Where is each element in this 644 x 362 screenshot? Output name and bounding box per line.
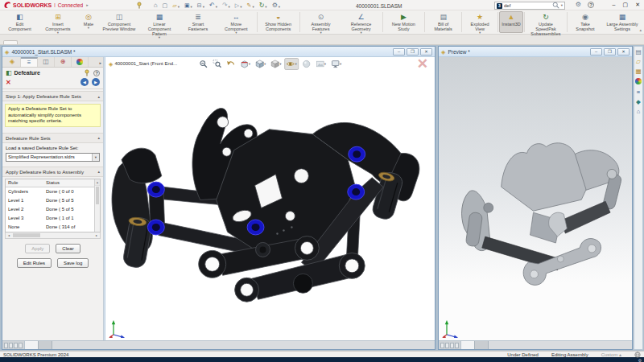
- save-log-button[interactable]: Save log: [57, 258, 89, 268]
- ribbon-button[interactable]: ◒ Show Hidden Components ▾: [258, 11, 299, 33]
- command-tab[interactable]: [19, 40, 33, 44]
- task-pane-button[interactable]: [635, 78, 642, 86]
- ribbon-button[interactable]: ⊞ Insert Components ▾: [38, 11, 78, 33]
- task-pane-button[interactable]: ≡: [637, 89, 640, 96]
- close-button[interactable]: ✕: [635, 2, 640, 8]
- task-pane-button[interactable]: ▤: [635, 49, 641, 56]
- section-header-rule-sets[interactable]: Defeature Rule Sets▴: [2, 133, 103, 143]
- window-restore-button[interactable]: ❐: [407, 48, 419, 56]
- ribbon-button[interactable]: ▤ Bill of Materials ▾: [426, 11, 460, 33]
- manager-tab[interactable]: ◈: [4, 57, 21, 67]
- view-tool-button[interactable]: ▾: [300, 58, 312, 70]
- ribbon-button[interactable]: ⊙ Assembly Features ▾: [301, 11, 341, 33]
- command-tab[interactable]: [80, 40, 94, 44]
- task-pane-button[interactable]: ▱: [636, 59, 641, 65]
- table-row[interactable]: Level 2 Done ( 5 of 5: [6, 205, 100, 214]
- table-row[interactable]: Level 3 Done ( 1 of 1: [6, 214, 100, 223]
- window-minimize-button[interactable]: –: [590, 48, 602, 56]
- scroll-right-icon[interactable]: ▸: [93, 233, 100, 237]
- quick-access-button[interactable]: ✎▾: [247, 2, 254, 9]
- search-box[interactable]: 3 ▾: [494, 2, 565, 10]
- help-icon[interactable]: ?: [588, 2, 594, 8]
- preview-caption-bar[interactable]: ◈ Preview * – ❐ ✕: [439, 47, 632, 57]
- manager-tab[interactable]: ⊕: [55, 57, 72, 67]
- ribbon-button[interactable]: ≣ Smart Fasteners ▾: [180, 11, 217, 33]
- command-tab[interactable]: [3, 40, 18, 44]
- view-tool-button[interactable]: ▾: [238, 58, 252, 70]
- cancel-button[interactable]: ✕: [6, 79, 11, 86]
- model-tab[interactable]: [25, 341, 39, 349]
- defeature-cancel-icon[interactable]: ✕: [417, 58, 431, 70]
- scrollbar-thumb[interactable]: [13, 233, 40, 237]
- task-pane-button[interactable]: ⌂: [637, 109, 641, 115]
- section-header-apply-rules[interactable]: Apply Defeature Rules to Assembly▴: [2, 167, 103, 177]
- section-header-step1[interactable]: Step 1: Apply Defeature Rule Sets▴: [2, 91, 103, 101]
- ribbon-button[interactable]: ◉ Take Snapshot ▾: [568, 11, 602, 33]
- view-tool-button[interactable]: ▾: [314, 58, 328, 70]
- table-vertical-scrollbar[interactable]: [94, 179, 100, 232]
- window-close-button[interactable]: ✕: [420, 48, 432, 56]
- quick-access-button[interactable]: ↶▾: [209, 2, 217, 9]
- quick-access-button[interactable]: ⚙▾: [272, 2, 280, 9]
- table-row[interactable]: Cylinders Done ( 0 of 0: [6, 187, 100, 196]
- maximize-button[interactable]: ▢: [623, 2, 629, 8]
- table-horizontal-scrollbar[interactable]: ◂ ▸: [5, 232, 101, 239]
- document-caption-bar[interactable]: ◈ 40000001_Start.SLDASM * – ❐ ✕: [2, 47, 435, 57]
- graphics-area[interactable]: ◈ 40000001_Start (Front End... ▾▾▾▾▾▾▾▾▾…: [105, 57, 435, 340]
- search-icon[interactable]: [552, 2, 559, 9]
- ribbon-button[interactable]: ▲ Instant3D ▾: [499, 11, 523, 33]
- minimize-button[interactable]: –: [613, 2, 616, 8]
- ribbon-button[interactable]: ◧ Edit Component ▾: [2, 11, 38, 33]
- rule-set-dropdown[interactable]: Simplified Representation.sldrs ▾: [6, 153, 100, 162]
- view-tool-button[interactable]: ▾: [211, 58, 223, 70]
- model-tab[interactable]: [461, 341, 475, 349]
- edit-rules-button[interactable]: Edit Rules: [17, 258, 52, 268]
- document-tab[interactable]: ◈ 40000001_Start (Front End...: [109, 61, 177, 67]
- manager-tab[interactable]: ◫: [38, 57, 55, 67]
- command-tab[interactable]: [34, 40, 48, 44]
- ribbon-button[interactable]: ↔ Move Component ▾: [217, 11, 256, 33]
- window-restore-button[interactable]: ❐: [604, 48, 616, 56]
- quick-access-button[interactable]: ↷▾: [222, 2, 230, 9]
- units-dropdown[interactable]: Custom ▴: [601, 352, 621, 357]
- navy-gear-icon[interactable]: ⚙: [638, 357, 642, 362]
- dropdown-arrow-icon[interactable]: ▾: [92, 154, 99, 161]
- quick-access-button[interactable]: ⌂▾: [154, 2, 158, 9]
- preview-assembly-model[interactable]: [439, 57, 632, 340]
- view-tool-button[interactable]: ▾: [285, 58, 299, 70]
- task-pane-button[interactable]: ▦: [635, 68, 641, 75]
- scroll-left-icon[interactable]: ◂: [6, 233, 12, 237]
- model-tab-scroll-buttons[interactable]: [439, 341, 461, 349]
- command-tab[interactable]: [49, 40, 64, 44]
- ribbon-button[interactable]: ∠ Reference Geometry ▾: [341, 11, 382, 33]
- preview-graphics-area[interactable]: [439, 57, 632, 340]
- quick-access-button[interactable]: ↻▾: [259, 2, 267, 9]
- manager-tab[interactable]: [72, 57, 89, 67]
- quick-access-button[interactable]: ▷▾: [235, 2, 242, 9]
- quick-access-button[interactable]: ▱▾: [172, 2, 180, 9]
- menu-expand-arrow[interactable]: ▸: [86, 2, 89, 7]
- view-tool-button[interactable]: ▾: [225, 58, 237, 70]
- clear-button[interactable]: Clear: [56, 244, 80, 253]
- quick-access-button[interactable]: ⊟▾: [197, 2, 204, 9]
- quick-access-button[interactable]: ▣▾: [184, 2, 192, 9]
- ribbon-button[interactable]: ▦ Linear Component Pattern ▾: [139, 11, 180, 33]
- quick-access-button[interactable]: ▢▾: [163, 2, 168, 9]
- search-input[interactable]: [504, 3, 551, 8]
- manager-tab[interactable]: ≡: [21, 57, 38, 67]
- pushpin-icon[interactable]: [84, 69, 90, 76]
- forward-icon[interactable]: ▶: [92, 78, 100, 86]
- table-row[interactable]: None Done ( 314 of: [6, 223, 100, 232]
- ribbon-collapse-arrow[interactable]: ▴: [639, 27, 642, 32]
- table-row[interactable]: Level 1 Done ( 5 of 5: [6, 196, 100, 205]
- options-gear-icon[interactable]: ⚙: [576, 2, 581, 8]
- help-icon[interactable]: ?: [93, 70, 100, 76]
- main-assembly-model[interactable]: [105, 57, 435, 340]
- model-tab-scroll-buttons[interactable]: [2, 341, 25, 349]
- model-tab[interactable]: [475, 341, 489, 349]
- ribbon-button[interactable]: ◎ Mate ▾: [78, 11, 99, 33]
- window-minimize-button[interactable]: –: [393, 48, 405, 56]
- search-dropdown-caret[interactable]: ▾: [561, 4, 563, 7]
- pushpin-icon[interactable]: [136, 2, 142, 9]
- view-tool-button[interactable]: ▾: [329, 58, 343, 70]
